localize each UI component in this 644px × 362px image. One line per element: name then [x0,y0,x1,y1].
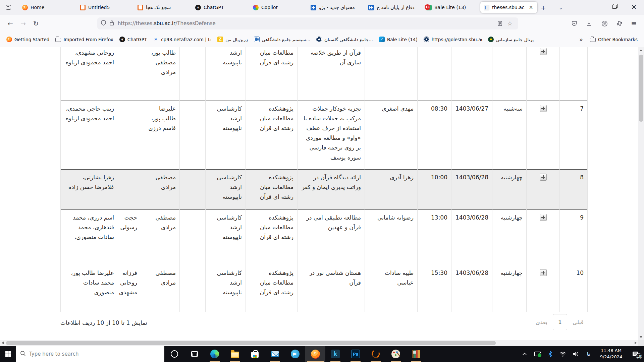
url-text: https://theses.sbu.ac.ir/ThesesDefense [118,20,495,26]
tab-favicon-icon [253,5,259,10]
lock-icon[interactable] [109,20,114,27]
taskbar-app-button-cortana[interactable] [164,346,184,362]
scroll-left-arrow-icon[interactable] [2,342,4,344]
firefox-view-icon[interactable] [3,3,13,12]
taskbar-app-button-orange-app[interactable] [366,346,386,362]
bookmark-item-netafraz[interactable]: cp93.netafraz.com | Lo... [151,35,214,44]
reload-button[interactable]: ↻ [30,18,42,29]
horizontal-scrollbar[interactable] [0,340,638,346]
cell-faculty: پژوهشکده مطالعات میان رشته ای قرآن [246,265,298,312]
window-minimize-button[interactable] [588,0,605,13]
bookmark-item-bale-lite[interactable]: Bale Lite (14) [377,35,420,44]
taskbar-app-button-photoshop[interactable]: Ps [345,346,366,362]
other-bookmarks-folder[interactable]: Other Bookmarks [588,35,640,44]
expand-row-plus-button[interactable] [540,105,547,112]
taskbar-app-button-firefox[interactable] [305,346,325,362]
reader-mode-icon[interactable] [495,19,505,28]
remote-display-icon[interactable] [532,346,543,362]
vertical-scrollbar[interactable] [638,47,644,340]
bookmark-item-golestan-sbu[interactable]: https://golestan.sbu.ac... [421,35,484,44]
browser-tab-untitled5[interactable]: Untitled5 [76,2,133,13]
bookmark-star-icon[interactable]: ☆ [505,19,515,28]
table-row: 8 چهارشنبه 1403/06/28 10:00 زهرا آذری ار… [61,169,588,209]
bookmark-item-golestan-system[interactable]: سیستم جامع دانشگاهی... [252,35,313,44]
bookmark-item-getting-started[interactable]: Getting Started [4,35,52,44]
new-tab-button[interactable] [538,3,549,12]
bookmark-favicon-icon [119,37,125,42]
browser-tab-thesis-defense-doc[interactable]: دفاع از پایان نامه خ [365,2,422,13]
taskbar-app-button-paint[interactable] [386,346,406,362]
taskbar-app-button-mail[interactable] [265,346,285,362]
cell-day: چهارشنبه [492,169,527,209]
expand-row-plus-button[interactable] [540,48,547,55]
bookmark-item-imported-from-firefox[interactable]: Imported From Firefox [53,35,115,44]
tab-overflow-chevron-icon[interactable] [555,3,567,12]
browser-tab-chatgpt[interactable]: ChatGPT [192,2,249,13]
vertical-scrollbar-thumb[interactable] [639,55,643,122]
browser-tab-new-content[interactable]: محتوای جدید - پژو [307,2,364,13]
window-close-button[interactable] [625,0,643,13]
app-icon [291,350,300,358]
url-bar[interactable]: https://theses.sbu.ac.ir/ThesesDefense ☆ [97,17,518,29]
taskbar-app-button-k-app[interactable]: k [325,346,345,362]
shield-icon[interactable] [101,20,106,27]
expand-row-plus-button[interactable] [540,174,547,181]
browser-tab-copilot[interactable]: Copilot [250,2,307,13]
extensions-puzzle-icon[interactable] [613,18,626,29]
search-icon [20,351,26,358]
bookmark-item-chatgpt[interactable]: ChatGPT [117,35,149,44]
pagination-prev-button[interactable]: قبلی [573,319,584,325]
bookmarks-overflow-chevron-icon[interactable] [579,36,583,43]
cell-expand [527,209,560,265]
tray-chevron-up-icon[interactable] [519,346,530,362]
bookmark-item-zarinpal[interactable]: زرین‌پال من [215,35,250,44]
windows-logo-icon [5,351,11,357]
app-icon-glyph: Ps [353,352,358,357]
browser-tab-theses-sbu[interactable]: theses.sbu.ac.ir [480,2,537,13]
pagination-page-1-button[interactable]: 1 [553,314,567,330]
hamburger-menu-icon[interactable] [628,18,640,29]
cell-student: رضوانه شامانی [365,209,418,265]
taskbar-app-button-taskview[interactable] [184,346,205,362]
start-button[interactable] [0,346,16,362]
browser-tab-home[interactable]: Home [19,2,76,13]
volume-icon[interactable] [570,346,581,362]
browser-tab-bale-lite[interactable]: 13 Bale Lite (13) [423,2,480,13]
taskbar-app-button-telegram[interactable] [285,346,305,362]
forward-button[interactable]: → [17,18,29,29]
horizontal-scrollbar-thumb[interactable] [6,341,496,345]
taskbar-app-button-store[interactable] [245,346,265,362]
app-icon [271,351,279,357]
browser-tab-saj-tak-heja[interactable]: سجع تک هجا [134,2,191,13]
back-button[interactable]: ← [5,18,16,29]
cell-faculty: مطالعات میان رشته ای قرآن [246,47,298,101]
taskbar-app-button-edge[interactable] [205,346,225,362]
tab-close-icon[interactable] [528,4,534,10]
pocket-icon[interactable] [568,18,580,29]
downloads-icon[interactable] [583,18,595,29]
notification-center-icon[interactable]: 18 [628,346,643,362]
taskbar-app-button-explorer[interactable] [225,346,245,362]
taskbar-app-button-winrar[interactable] [406,346,426,362]
scroll-right-arrow-icon[interactable] [635,342,637,344]
bookmark-label: Getting Started [14,37,49,42]
taskbar-search-box[interactable] [16,346,164,362]
scroll-up-arrow-icon[interactable] [640,49,642,51]
pagination-next-button[interactable]: بعدی [536,319,547,325]
table-row: 7 سه‌شنبه 1403/06/27 08:30 مهدی اصغری تج… [61,101,588,169]
bookmark-label: پرتال جامع سازمانی [496,37,534,42]
tab-favicon-icon [138,5,143,10]
bookmark-item-golestan-university[interactable]: جامع دانشگاهي گلستان... [314,35,375,44]
account-icon[interactable] [598,18,610,29]
tray-clock[interactable]: 11:48 AM 9/24/2024 [596,348,626,360]
wifi-icon[interactable] [557,346,568,362]
expand-row-plus-button[interactable] [540,214,547,221]
cell-faculty: پژوهشکده مطالعات میان رشته ای قرآن [246,101,298,169]
expand-row-plus-button[interactable] [540,269,547,276]
search-input[interactable] [29,351,160,357]
bookmark-item-org-portal[interactable]: پرتال جامع سازمانی [486,35,536,44]
keyboard-language-indicator[interactable]: فا [583,346,594,362]
window-restore-button[interactable] [606,0,623,13]
scroll-down-arrow-icon[interactable] [640,336,642,338]
bluetooth-icon[interactable] [545,346,555,362]
